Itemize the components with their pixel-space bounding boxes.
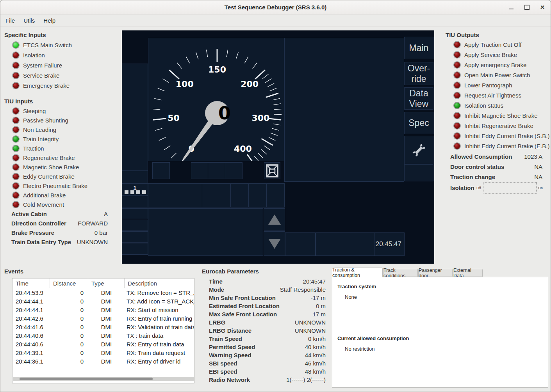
menu-file[interactable]: File: [1, 17, 19, 24]
dmi-button-label: ride: [411, 74, 426, 84]
tiu-input-row: Magnetic Shoe Brake: [0, 162, 122, 172]
eurocab-param-value: 44 km/h: [305, 351, 326, 358]
cab-info-row: Direction ControllerFORWARD: [0, 218, 122, 228]
wrench-icon: [411, 142, 427, 158]
dmi-area-a-cell: [122, 196, 148, 208]
events-table-header: TimeDistanceTypeDescription: [12, 278, 194, 288]
tiu-input-row: Traction: [0, 144, 122, 153]
event-cell: RX: Entry of train data: [125, 341, 194, 348]
tiu-output-label: Isolation status: [464, 102, 503, 109]
isolation-slider[interactable]: [483, 182, 537, 194]
event-row[interactable]: 20:44:44.10DMITX: Add Icon = STR_ACK_S: [12, 297, 194, 305]
event-row[interactable]: 20:44:40.60DMITX : train data: [12, 331, 194, 340]
tiu-input-label: Regenerative Brake: [23, 154, 75, 161]
led-red-icon: [453, 122, 461, 129]
event-cell: 0: [50, 307, 88, 313]
specific-input-row: Emergency Brake: [0, 80, 122, 90]
dmi-clock: 20:45:47: [374, 232, 405, 256]
dmi-spec-button[interactable]: Spec: [404, 112, 433, 134]
dmi-sub-cell: [208, 162, 225, 179]
event-row[interactable]: 20:44:53.90DMITX: Remove Icon = STR_ACK: [12, 288, 194, 297]
cab-info-row-label: Active Cabin: [11, 211, 47, 217]
minimize-button[interactable]: [508, 4, 515, 11]
maximize-button[interactable]: [523, 4, 530, 11]
events-column-header[interactable]: Type: [88, 278, 125, 288]
tab-traction-consumption[interactable]: Traction & consumption: [332, 268, 383, 277]
tab-external-data[interactable]: External Data: [453, 269, 483, 277]
titlebar[interactable]: Test Sequence Debugger (SRS 3.6.0) ✕: [0, 0, 551, 14]
specific-input-label: Emergency Brake: [23, 82, 70, 89]
led-green-icon: [12, 135, 20, 143]
cab-info-row-label: Brake Pressure: [11, 229, 54, 236]
eurocab-param-label: Mode: [209, 286, 224, 293]
tiu-output-label: Lower Pantograph: [464, 82, 512, 89]
tiu-output-row: Apply emergency Brake: [442, 60, 550, 70]
speed-scale-label: 200: [241, 79, 259, 89]
eurocab-params-list: Time20:45:47ModeStaff ResponsibleMin Saf…: [209, 277, 326, 383]
events-column-header[interactable]: Distance: [50, 278, 88, 288]
menu-help[interactable]: Help: [39, 17, 60, 24]
tiu-output-row: Apply Service Brake: [442, 50, 550, 60]
event-row[interactable]: 20:44:36.10DMIRX: Entry of driver id: [12, 357, 194, 365]
eurocab-param-label: Warning Speed: [209, 351, 251, 358]
events-column-header[interactable]: Time: [12, 278, 50, 288]
tiu-input-label: Train Integrity: [23, 136, 59, 142]
dmi-area-e-cell: [122, 231, 148, 243]
tiu-input-label: Additional Brake: [23, 192, 66, 199]
eurocab-param-value: 20:45:47: [303, 278, 326, 284]
level-cell: [130, 190, 134, 194]
event-cell: 0: [50, 332, 88, 339]
dmi-button-label: View: [409, 99, 428, 109]
event-row[interactable]: 20:44:39.10DMIRX: Train data request: [12, 348, 194, 357]
tab-track-conditions[interactable]: Track conditions: [383, 269, 418, 277]
eurocab-param-label: SBI speed: [209, 360, 237, 366]
event-row[interactable]: 20:44:40.60DMIRX: Entry of train data: [12, 340, 194, 348]
led-red-icon: [12, 82, 20, 89]
tiu-outputs-params: Allowed Consumption1023 ADoor control st…: [442, 151, 543, 182]
tiu-output-param-label: Door control status: [450, 163, 504, 170]
menu-utils[interactable]: Utils: [19, 17, 39, 24]
down-arrow-icon: [268, 239, 281, 249]
eurocab-param: Radio Network1(------) 2(------): [209, 375, 326, 383]
maximize-icon: [524, 5, 530, 10]
eurocab-param-label: Train Speed: [209, 335, 242, 342]
events-horizontal-scrollbar[interactable]: [13, 377, 194, 381]
tab-passenger-door[interactable]: Passenger door: [418, 269, 453, 277]
menu-bar: FileUtilsHelp: [0, 14, 551, 27]
tiu-output-row: Apply Traction Cut Off: [442, 39, 550, 50]
specific-input-label: Service Brake: [23, 72, 59, 79]
scrollbar-thumb[interactable]: [20, 378, 153, 380]
event-cell: 20:44:39.1: [12, 349, 50, 356]
event-row[interactable]: 20:44:41.60DMIRX: Validation of train da…: [12, 323, 194, 331]
dmi-planning-area: [284, 38, 404, 182]
led-red-icon: [12, 173, 20, 180]
tiu-input-label: Passive Shunting: [23, 117, 68, 124]
speed-scale-label: 100: [176, 79, 194, 89]
event-row[interactable]: 20:44:44.10DMIRX: Start of mission: [12, 305, 194, 314]
eurocab-param-label: Permitted Speed: [209, 343, 255, 350]
events-column-header[interactable]: Description: [125, 278, 194, 288]
tiu-output-label: Inhibit Magnetic Shoe Brake: [464, 112, 538, 119]
cab-info-list: Active CabinADirection ControllerFORWARD…: [0, 209, 122, 247]
close-button[interactable]: ✕: [539, 4, 546, 11]
event-cell: 20:44:44.1: [12, 307, 50, 313]
dmi-settings-button[interactable]: [404, 136, 433, 164]
eurocab-param-label: Radio Network: [209, 376, 250, 383]
led-red-icon: [12, 72, 20, 79]
event-cell: 0: [50, 349, 88, 356]
dmi-scroll-down-button[interactable]: [264, 231, 285, 256]
event-cell: TX : train data: [125, 332, 194, 339]
event-cell: 20:44:41.6: [12, 324, 50, 330]
dmi-data-view-button[interactable]: DataView: [404, 87, 433, 110]
speed-tick: [273, 124, 280, 125]
event-row[interactable]: 20:44:42.60DMIRX: Entry of train running…: [12, 314, 194, 323]
tiu-input-row: Regenerative Brake: [0, 153, 122, 162]
dmi-main-button[interactable]: Main: [404, 37, 433, 59]
speed-tick: [261, 149, 267, 154]
event-cell: DMI: [88, 298, 125, 305]
dmi-override-button[interactable]: Over-ride: [404, 62, 433, 85]
eurocab-param-value: Staff Responsible: [280, 286, 326, 293]
dmi-scroll-up-button[interactable]: [264, 208, 285, 231]
tiu-input-label: Magnetic Shoe Brake: [23, 164, 79, 170]
speed-tick: [244, 57, 248, 63]
